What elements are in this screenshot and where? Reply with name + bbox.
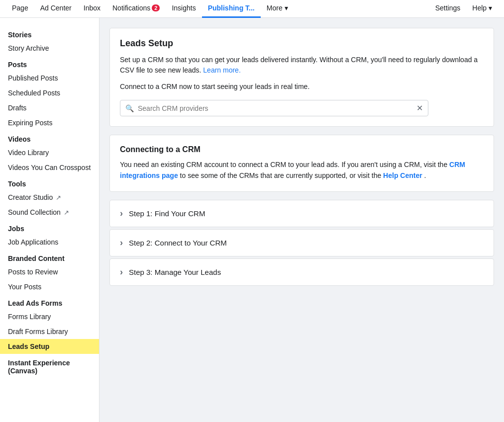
- sidebar-section-title-instant-experience: Instant Experience (Canvas): [0, 354, 99, 377]
- sidebar-item-story-archive[interactable]: Story Archive: [0, 41, 99, 56]
- connecting-crm-title: Connecting to a CRM: [120, 145, 484, 154]
- nav-item-publishing-tools[interactable]: Publishing T...: [202, 0, 261, 18]
- sidebar-section-jobs: Jobs Job Applications: [0, 220, 99, 250]
- sidebar-item-drafts[interactable]: Drafts: [0, 100, 99, 115]
- sidebar-item-published-posts[interactable]: Published Posts: [0, 71, 99, 85]
- step-2-chevron-icon: [120, 238, 123, 248]
- nav-item-ad-center[interactable]: Ad Center: [34, 0, 78, 18]
- sidebar-item-sound-collection[interactable]: Sound Collection ↗: [0, 205, 99, 220]
- nav-item-page[interactable]: Page: [6, 0, 34, 18]
- sidebar-section-stories: Stories Story Archive: [0, 26, 99, 56]
- nav-item-settings[interactable]: Settings: [429, 0, 467, 18]
- sidebar-section-title-branded-content: Branded Content: [0, 250, 99, 264]
- sidebar: Stories Story Archive Posts Published Po…: [0, 18, 100, 422]
- top-navigation: Page Ad Center Inbox Notifications 2 Ins…: [0, 0, 504, 18]
- sidebar-item-creator-studio[interactable]: Creator Studio ↗: [0, 190, 99, 205]
- page-layout: Stories Story Archive Posts Published Po…: [0, 18, 504, 422]
- connect-crm-text: Connect to a CRM now to start seeing you…: [120, 82, 484, 92]
- step-3-chevron-icon: [120, 267, 123, 277]
- sidebar-item-posts-to-review[interactable]: Posts to Review: [0, 264, 99, 279]
- step-1-chevron-icon: [120, 208, 123, 219]
- learn-more-link[interactable]: Learn more.: [203, 66, 240, 74]
- steps-container: Step 1: Find Your CRM Step 2: Connect to…: [109, 200, 494, 286]
- step-3-label: Step 3: Manage Your Leads: [129, 268, 221, 276]
- sidebar-section-lead-ads-forms: Lead Ads Forms Forms Library Draft Forms…: [0, 294, 99, 354]
- sidebar-section-title-stories: Stories: [0, 26, 99, 41]
- sidebar-item-video-library[interactable]: Video Library: [0, 145, 99, 160]
- sidebar-section-title-jobs: Jobs: [0, 220, 99, 235]
- sidebar-section-title-tools: Tools: [0, 175, 99, 190]
- step-1-label: Step 1: Find Your CRM: [129, 209, 205, 218]
- nav-item-help[interactable]: Help ▾: [466, 0, 498, 18]
- sidebar-item-draft-forms-library[interactable]: Draft Forms Library: [0, 324, 99, 339]
- external-link-icon: ↗: [56, 194, 61, 201]
- sidebar-section-videos: Videos Video Library Videos You Can Cros…: [0, 130, 99, 175]
- sidebar-item-job-applications[interactable]: Job Applications: [0, 235, 99, 250]
- step-1-item[interactable]: Step 1: Find Your CRM: [109, 200, 494, 227]
- leads-setup-title: Leads Setup: [120, 38, 484, 49]
- nav-item-more[interactable]: More ▾: [261, 0, 294, 18]
- search-crm-input[interactable]: [138, 104, 416, 112]
- external-link-icon: ↗: [64, 209, 69, 216]
- connecting-crm-description: You need an existing CRM account to conn…: [120, 159, 484, 181]
- search-clear-icon[interactable]: ✕: [416, 103, 423, 113]
- sidebar-section-branded-content: Branded Content Posts to Review Your Pos…: [0, 250, 99, 294]
- sidebar-section-tools: Tools Creator Studio ↗ Sound Collection …: [0, 175, 99, 220]
- sidebar-item-videos-crosspost[interactable]: Videos You Can Crosspost: [0, 160, 99, 175]
- sidebar-item-scheduled-posts[interactable]: Scheduled Posts: [0, 85, 99, 100]
- leads-setup-description: Set up a CRM so that you can get your le…: [120, 55, 484, 76]
- main-content: Leads Setup Set up a CRM so that you can…: [100, 18, 504, 422]
- sidebar-item-your-posts[interactable]: Your Posts: [0, 279, 99, 294]
- sidebar-section-title-posts: Posts: [0, 56, 99, 71]
- crm-search-container: 🔍 ✕: [120, 100, 428, 116]
- nav-item-notifications[interactable]: Notifications 2: [106, 0, 166, 18]
- step-2-label: Step 2: Connect to Your CRM: [129, 239, 227, 247]
- help-center-link[interactable]: Help Center: [383, 171, 422, 179]
- notification-badge: 2: [152, 4, 160, 11]
- connecting-crm-card: Connecting to a CRM You need an existing…: [109, 135, 494, 192]
- nav-item-inbox[interactable]: Inbox: [78, 0, 106, 18]
- leads-setup-card: Leads Setup Set up a CRM so that you can…: [109, 28, 494, 127]
- sidebar-item-leads-setup[interactable]: Leads Setup: [0, 339, 99, 354]
- top-nav-right: Settings Help ▾: [429, 0, 498, 18]
- sidebar-section-title-lead-ads-forms: Lead Ads Forms: [0, 294, 99, 309]
- sidebar-section-posts: Posts Published Posts Scheduled Posts Dr…: [0, 56, 99, 130]
- sidebar-item-forms-library[interactable]: Forms Library: [0, 309, 99, 324]
- nav-item-insights[interactable]: Insights: [166, 0, 202, 18]
- search-icon: 🔍: [125, 104, 134, 112]
- sidebar-section-title-videos: Videos: [0, 130, 99, 145]
- sidebar-section-instant-experience: Instant Experience (Canvas): [0, 354, 99, 377]
- step-3-item[interactable]: Step 3: Manage Your Leads: [109, 258, 494, 286]
- sidebar-item-expiring-posts[interactable]: Expiring Posts: [0, 115, 99, 130]
- step-2-item[interactable]: Step 2: Connect to Your CRM: [109, 229, 494, 256]
